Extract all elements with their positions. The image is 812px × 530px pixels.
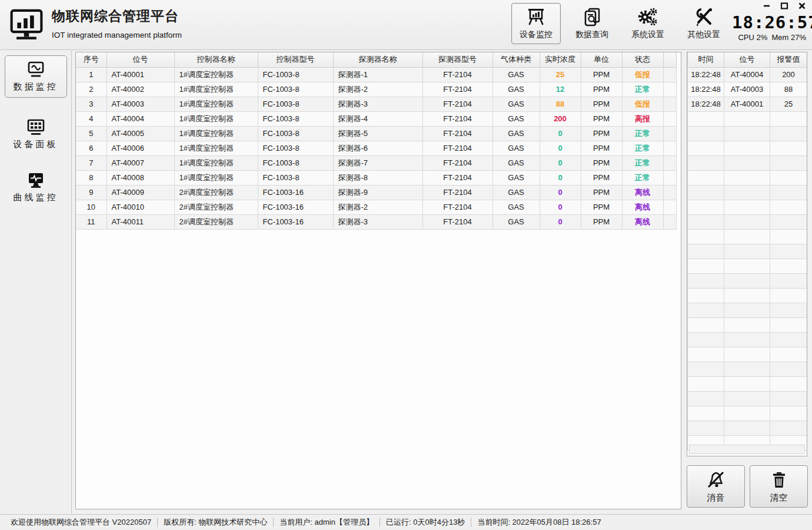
system-settings-icon: [637, 7, 659, 27]
alarm-empty-cell: [724, 376, 770, 391]
mute-button[interactable]: 消音: [687, 465, 745, 508]
cell-status: 正常: [622, 141, 663, 155]
table-row[interactable]: 5AT-400051#调度室控制器FC-1003-8探测器-5FT-2104GA…: [76, 126, 676, 141]
cell-realtime-value: 12: [540, 82, 581, 97]
cell-filler: [663, 97, 676, 111]
table-row[interactable]: 1AT-400011#调度室控制器FC-1003-8探测器-1FT-2104GA…: [76, 67, 676, 82]
alarm-empty-cell: [724, 141, 770, 155]
alarm-row[interactable]: 18:22:48AT-40004200: [688, 67, 807, 82]
cell-unit: PPM: [581, 185, 622, 200]
cell-status: 离线: [622, 200, 663, 214]
statusbar-segment: 欢迎使用物联网综合管理平台 V20220507: [5, 517, 157, 528]
alarm-empty-cell: [770, 259, 807, 273]
alarm-empty-cell: [724, 317, 770, 332]
alarm-empty-cell: [770, 288, 807, 303]
curve-monitor-icon: [26, 171, 46, 189]
data-query-icon: [581, 7, 603, 27]
alarm-empty-cell: [688, 111, 724, 126]
alarm-row[interactable]: 18:22:48AT-4000388: [688, 82, 807, 97]
alarm-empty-cell: [688, 170, 724, 185]
maximize-icon[interactable]: [780, 2, 788, 9]
alarm-empty-cell: [688, 391, 724, 406]
cell-tag: AT-40004: [107, 111, 174, 126]
cell-tag: AT-40003: [107, 97, 174, 111]
alarm-empty-cell: [724, 420, 770, 435]
alarm-empty-cell: [724, 332, 770, 347]
cell-detector-name: 探测器-7: [333, 155, 422, 170]
toolbar-other-settings-button[interactable]: 其他设置: [679, 3, 728, 44]
cell-controller-name: 1#调度室控制器: [174, 111, 258, 126]
sidebar-item-label: 曲线监控: [14, 192, 58, 203]
bell-slash-icon: [706, 470, 726, 490]
alarm-cell: 25: [770, 97, 807, 111]
alarm-empty-row: [688, 126, 807, 141]
alarm-empty-cell: [724, 200, 770, 214]
clear-button[interactable]: 清空: [750, 465, 808, 508]
alarm-empty-cell: [724, 214, 770, 229]
alarm-column-header: 时间: [688, 52, 724, 67]
cell-realtime-value: 0: [540, 200, 581, 214]
table-row[interactable]: 2AT-400021#调度室控制器FC-1003-8探测器-2FT-2104GA…: [76, 82, 676, 97]
cell-no: 11: [76, 214, 107, 229]
cell-no: 4: [76, 111, 107, 126]
cell-filler: [663, 141, 676, 155]
sidebar-item-data-monitor[interactable]: 数据监控: [5, 55, 67, 98]
close-icon[interactable]: [798, 2, 806, 9]
sidebar-item-curve-monitor[interactable]: 曲线监控: [5, 166, 67, 208]
table-row[interactable]: 3AT-400031#调度室控制器FC-1003-8探测器-3FT-2104GA…: [76, 97, 676, 111]
toolbar-data-query-button[interactable]: 数据查询: [567, 3, 617, 44]
page-subtitle: IOT integrated management platform: [52, 31, 182, 39]
table-row[interactable]: 7AT-400071#调度室控制器FC-1003-8探测器-7FT-2104GA…: [76, 155, 676, 170]
cell-gas-type: GAS: [492, 67, 540, 82]
minimize-icon[interactable]: [763, 2, 771, 9]
cell-filler: [663, 67, 676, 82]
alarm-empty-row: [688, 303, 807, 317]
alarm-cell: AT-40004: [724, 67, 770, 82]
status-bar: 欢迎使用物联网综合管理平台 V20220507版权所有: 物联网技术研究中心当前…: [0, 514, 812, 530]
alarm-empty-cell: [770, 273, 807, 288]
cell-gas-type: GAS: [492, 200, 540, 214]
table-row[interactable]: 11AT-400112#调度室控制器FC-1003-16探测器-3FT-2104…: [76, 214, 676, 229]
toolbar-system-settings-button[interactable]: 系统设置: [623, 3, 673, 44]
statusbar-segment: 当前时间: 2022年05月08日 18:26:57: [471, 517, 607, 528]
table-row[interactable]: 8AT-400081#调度室控制器FC-1003-8探测器-8FT-2104GA…: [76, 170, 676, 185]
alarm-empty-cell: [770, 244, 807, 259]
table-row[interactable]: 4AT-400041#调度室控制器FC-1003-8探测器-4FT-2104GA…: [76, 111, 676, 126]
cell-detector-model: FT-2104: [422, 67, 492, 82]
alarm-empty-cell: [770, 317, 807, 332]
cell-realtime-value: 200: [540, 111, 581, 126]
table-row[interactable]: 9AT-400092#调度室控制器FC-1003-16探测器-9FT-2104G…: [76, 185, 676, 200]
cell-detector-name: 探测器-2: [333, 200, 422, 214]
column-header-detector-model: 探测器型号: [422, 52, 492, 67]
toolbar-device-monitor-button[interactable]: 设备监控: [511, 3, 561, 44]
alarm-hscrollbar[interactable]: [689, 445, 805, 454]
alarm-empty-cell: [724, 347, 770, 362]
alarm-empty-cell: [688, 317, 724, 332]
sidebar-item-device-panel[interactable]: 设备面板: [5, 113, 67, 155]
alarm-empty-cell: [770, 111, 807, 126]
alarm-cell: 18:22:48: [688, 97, 724, 111]
cell-unit: PPM: [581, 82, 622, 97]
cell-realtime-value: 25: [540, 67, 581, 82]
alarm-empty-cell: [688, 288, 724, 303]
cell-no: 3: [76, 97, 107, 111]
alarm-empty-cell: [724, 126, 770, 141]
cell-detector-name: 探测器-1: [333, 67, 422, 82]
table-row[interactable]: 10AT-400102#调度室控制器FC-1003-16探测器-2FT-2104…: [76, 200, 676, 214]
cell-unit: PPM: [581, 155, 622, 170]
table-header-row: 序号位号控制器名称控制器型号探测器名称探测器型号气体种类实时浓度单位状态: [76, 52, 676, 67]
alarm-row[interactable]: 18:22:48AT-4000125: [688, 97, 807, 111]
cell-controller-model: FC-1003-8: [258, 170, 333, 185]
cell-status: 正常: [622, 82, 663, 97]
cell-status: 正常: [622, 126, 663, 141]
cell-filler: [663, 185, 676, 200]
cell-controller-model: FC-1003-16: [258, 185, 333, 200]
column-header-detector-name: 探测器名称: [333, 52, 422, 67]
cell-detector-model: FT-2104: [422, 126, 492, 141]
cell-unit: PPM: [581, 200, 622, 214]
alarm-empty-cell: [770, 214, 807, 229]
cell-no: 2: [76, 82, 107, 97]
table-row[interactable]: 6AT-400061#调度室控制器FC-1003-8探测器-6FT-2104GA…: [76, 141, 676, 155]
alarm-empty-cell: [770, 126, 807, 141]
alarm-empty-cell: [770, 229, 807, 244]
